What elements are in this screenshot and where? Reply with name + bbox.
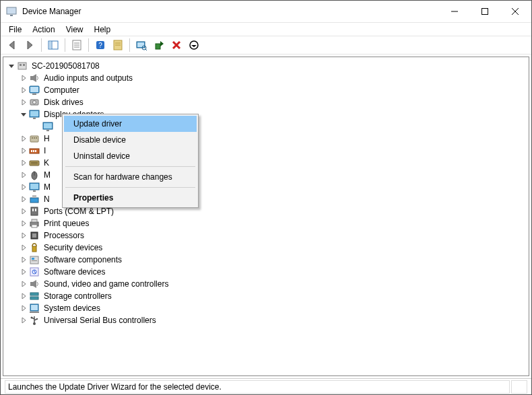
svg-marker-87 [21,113,26,116]
tree-item-label [56,126,59,127]
ctx-separator [65,166,195,167]
action-button[interactable] [110,38,125,52]
svg-marker-86 [22,100,26,105]
ports-icon [29,206,40,217]
chevron-right-icon[interactable] [18,170,29,180]
menu-help[interactable]: Help [89,24,117,36]
chevron-right-icon[interactable] [18,206,29,217]
close-button[interactable] [500,1,530,22]
chevron-right-icon[interactable] [18,73,29,83]
chevron-right-icon[interactable] [18,254,29,265]
svg-marker-101 [22,293,26,299]
tree-item-label: System devices [42,303,102,314]
chevron-right-icon[interactable] [18,291,29,301]
chevron-down-icon[interactable] [18,109,29,120]
tree-item-software-components[interactable]: Software components [6,254,526,266]
nav-back-button[interactable] [5,38,20,52]
menu-view[interactable]: View [61,24,89,36]
toolbar-separator [41,38,42,52]
tree-item-universal-serial-bus-controllers[interactable]: Universal Serial Bus controllers [6,314,526,326]
tree-item-sound-video-and-game-controllers[interactable]: Sound, video and game controllers [6,278,526,290]
disable-device-button[interactable] [187,38,201,52]
tree-item-label: K [42,157,51,168]
status-bar: Launches the Update Driver Wizard for th… [1,378,531,394]
svg-text:?: ? [98,42,102,49]
svg-marker-90 [22,160,26,166]
ctx-uninstall-device[interactable]: Uninstall device [64,148,197,164]
tree-item-label: N [42,194,51,205]
chevron-right-icon[interactable] [18,230,29,241]
maximize-button[interactable] [469,1,500,22]
scan-hardware-button[interactable] [134,38,149,52]
chevron-right-icon[interactable] [18,315,29,326]
chevron-right-icon[interactable] [18,85,29,96]
svg-marker-94 [22,209,26,214]
chevron-right-icon[interactable] [18,242,29,253]
tree-item-label: Universal Serial Bus controllers [42,315,158,326]
svg-marker-99 [22,269,26,275]
tree-item-software-devices[interactable]: Software devices [6,266,526,278]
device-manager-window: Device Manager File Action View Help ? S… [0,0,532,395]
svg-marker-59 [9,41,14,49]
svg-marker-92 [22,184,26,190]
ctx-scan-hardware[interactable]: Scan for hardware changes [64,169,197,185]
chevron-right-icon[interactable] [18,303,29,314]
tree-item-system-devices[interactable]: System devices [6,302,526,314]
menu-action[interactable]: Action [27,24,60,36]
tree-item-processors[interactable]: Processors [6,229,526,242]
tree-item-label: Computer [42,85,81,96]
menu-file[interactable]: File [3,24,27,36]
svg-rect-53 [7,7,16,14]
chevron-right-icon[interactable] [18,279,29,289]
tree-item-computer[interactable]: Computer [6,84,526,96]
update-driver-button[interactable] [152,38,166,52]
svg-marker-88 [22,136,26,141]
disk-icon [29,97,40,108]
tree-item-label: H [42,133,51,144]
tree-item-label: M [42,170,52,180]
properties-button[interactable] [69,38,84,52]
swcomp-icon [29,254,40,265]
tree-item-security-devices[interactable]: Security devices [6,242,526,254]
tree-item-print-queues[interactable]: Print queues [6,217,526,229]
chevron-right-icon[interactable] [18,266,29,277]
ide-icon [29,145,40,156]
ctx-disable-device[interactable]: Disable device [64,132,197,148]
tree-item-disk-drives[interactable]: Disk drives [6,96,526,108]
chevron-right-icon[interactable] [18,194,29,205]
chevron-right-icon[interactable] [18,97,29,108]
toolbar: ? [1,36,531,55]
chevron-right-icon[interactable] [18,145,29,156]
keyboard-icon [29,157,40,168]
svg-marker-103 [22,318,26,323]
minimize-button[interactable] [439,1,469,22]
svg-marker-60 [28,41,32,49]
uninstall-device-button[interactable] [169,38,184,52]
help-button[interactable]: ? [93,38,108,52]
chevron-right-icon[interactable] [18,182,29,192]
chevron-down-icon[interactable] [6,61,17,71]
svg-marker-96 [22,233,26,238]
tree-item-audio-inputs-and-outputs[interactable]: Audio inputs and outputs [6,72,526,84]
svg-rect-54 [10,15,13,16]
tree-item-storage-controllers[interactable]: Storage controllers [6,290,526,302]
show-hide-tree-button[interactable] [46,38,61,52]
chevron-right-icon[interactable] [18,218,29,229]
status-cell [511,380,527,394]
ctx-properties[interactable]: Properties [64,190,197,206]
tree-item-root[interactable]: SC-201905081708 [6,60,526,72]
chevron-right-icon[interactable] [18,157,29,168]
swdev-icon [29,266,40,277]
svg-marker-78 [160,41,164,46]
chevron-right-icon[interactable] [18,133,29,144]
svg-rect-63 [49,42,51,48]
tree-item-label: Software devices [42,266,106,277]
svg-marker-83 [9,65,14,68]
nav-forward-button[interactable] [22,38,37,52]
cpu-icon [29,230,40,241]
tree-item-label: Print queues [42,218,90,229]
device-tree-panel: SC-201905081708Audio inputs and outputsC… [3,57,529,376]
ctx-update-driver[interactable]: Update driver [64,116,197,132]
display-icon [29,109,40,120]
mouse-icon [29,170,40,180]
